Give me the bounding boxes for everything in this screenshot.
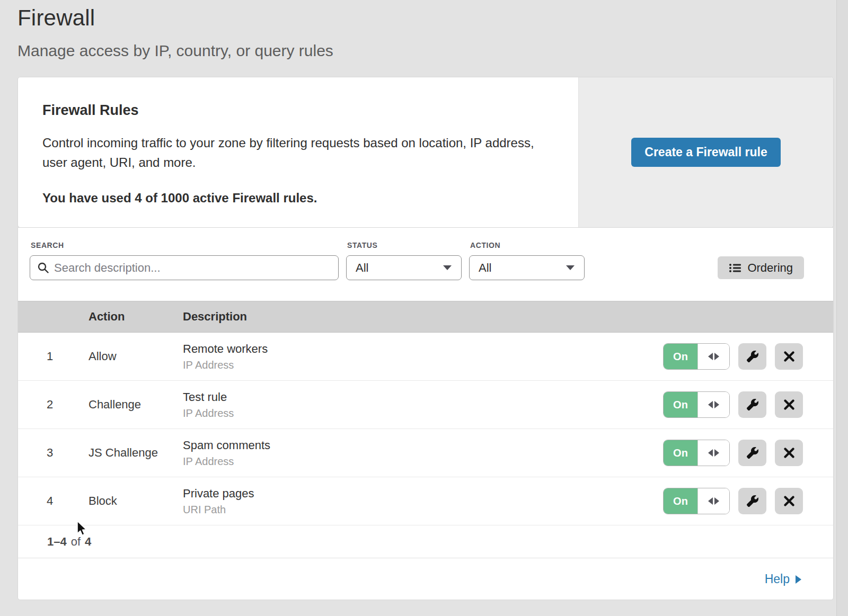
close-icon	[784, 496, 794, 506]
wrench-icon	[747, 495, 758, 507]
rule-priority: 2	[18, 398, 82, 412]
ordering-button-label: Ordering	[747, 261, 793, 275]
rule-controls: On	[663, 440, 803, 466]
rule-enabled-toggle[interactable]: On	[663, 343, 730, 370]
toggle-on-label: On	[664, 488, 697, 514]
status-selected-value: All	[356, 261, 368, 275]
rule-description: Remote workers	[183, 342, 663, 356]
page-subtitle: Manage access by IP, country, or query r…	[17, 41, 848, 61]
wrench-icon	[747, 351, 758, 362]
ordering-button[interactable]: Ordering	[718, 256, 804, 279]
rule-match-type: IP Address	[183, 407, 663, 419]
pagination-row: 1–4 of 4	[18, 525, 833, 558]
search-input[interactable]	[30, 255, 339, 280]
toggle-on-label: On	[664, 344, 697, 369]
status-filter-group: STATUS All	[346, 241, 462, 280]
wrench-icon	[747, 447, 758, 459]
overview-action-panel: Create a Firewall rule	[578, 77, 833, 227]
action-select[interactable]: All	[469, 255, 585, 280]
delete-rule-button[interactable]	[775, 440, 803, 466]
table-row: 4 Block Private pages URI Path On	[18, 477, 833, 525]
table-row: 1 Allow Remote workers IP Address On	[18, 333, 833, 381]
firewall-rules-overview-card: Firewall Rules Control incoming traffic …	[17, 77, 834, 228]
firewall-rules-list-card: SEARCH STATUS All	[17, 227, 834, 600]
help-row: Help	[18, 558, 833, 600]
rule-priority: 3	[18, 446, 82, 460]
rule-controls: On	[663, 343, 803, 370]
overview-text-panel: Firewall Rules Control incoming traffic …	[18, 77, 578, 227]
rule-priority: 1	[18, 350, 82, 363]
delete-rule-button[interactable]	[775, 488, 803, 514]
search-icon	[37, 262, 49, 276]
arrow-right-icon	[796, 575, 801, 584]
rule-action: Block	[82, 494, 176, 508]
pagination-of-text: of	[71, 535, 81, 549]
page-header: Firewall Manage access by IP, country, o…	[0, 0, 848, 61]
rule-action: JS Challenge	[82, 446, 176, 460]
rule-description-cell: Spam comments IP Address	[176, 439, 663, 468]
pagination-total: 4	[85, 535, 91, 549]
action-selected-value: All	[479, 261, 491, 275]
chevron-down-icon	[566, 265, 575, 270]
overview-heading: Firewall Rules	[42, 102, 554, 119]
close-icon	[784, 448, 794, 458]
rule-description: Test rule	[183, 390, 663, 404]
wrench-icon	[747, 399, 758, 410]
rule-priority: 4	[18, 494, 82, 508]
rule-action: Allow	[82, 350, 176, 363]
rule-match-type: URI Path	[183, 504, 663, 516]
close-icon	[784, 351, 794, 362]
rule-enabled-toggle[interactable]: On	[663, 391, 730, 418]
rule-description-cell: Test rule IP Address	[176, 390, 663, 419]
help-link[interactable]: Help	[765, 572, 801, 586]
toggle-arrows-icon	[697, 392, 729, 417]
rule-description: Private pages	[183, 487, 663, 501]
rule-enabled-toggle[interactable]: On	[663, 488, 730, 514]
page-title: Firewall	[17, 4, 848, 32]
rule-description-cell: Private pages URI Path	[176, 487, 663, 516]
rule-match-type: IP Address	[183, 359, 663, 371]
rule-description: Spam comments	[183, 439, 663, 452]
edit-rule-button[interactable]	[738, 440, 766, 466]
filters-bar: SEARCH STATUS All	[18, 228, 833, 301]
overview-description: Control incoming traffic to your zone by…	[42, 133, 551, 172]
rule-match-type: IP Address	[183, 456, 663, 468]
delete-rule-button[interactable]	[775, 343, 803, 370]
help-link-label: Help	[765, 572, 790, 586]
rule-controls: On	[663, 488, 803, 514]
pagination-range: 1–4	[47, 535, 67, 549]
edit-rule-button[interactable]	[738, 488, 766, 514]
toggle-on-label: On	[664, 392, 697, 417]
action-column-header: Action	[82, 310, 176, 324]
firewall-page: Firewall Manage access by IP, country, o…	[0, 0, 848, 616]
rules-usage-text: You have used 4 of 1000 active Firewall …	[42, 191, 554, 206]
description-column-header: Description	[176, 310, 833, 324]
toggle-arrows-icon	[697, 488, 729, 514]
rule-controls: On	[663, 391, 803, 418]
create-firewall-rule-button[interactable]: Create a Firewall rule	[631, 138, 780, 167]
rule-description-cell: Remote workers IP Address	[176, 342, 663, 371]
chevron-down-icon	[443, 265, 452, 270]
rule-enabled-toggle[interactable]: On	[663, 440, 730, 466]
list-ordering-icon	[729, 263, 741, 273]
action-filter-group: ACTION All	[469, 241, 585, 280]
toggle-arrows-icon	[697, 440, 729, 466]
delete-rule-button[interactable]	[775, 391, 803, 418]
toggle-on-label: On	[664, 440, 697, 466]
search-filter-group: SEARCH	[30, 241, 339, 280]
edit-rule-button[interactable]	[738, 391, 766, 418]
edit-rule-button[interactable]	[738, 343, 766, 370]
action-label: ACTION	[470, 241, 585, 249]
status-select[interactable]: All	[346, 255, 462, 280]
rule-action: Challenge	[82, 398, 176, 412]
table-header: Action Description	[18, 301, 833, 333]
table-row: 2 Challenge Test rule IP Address On	[18, 381, 833, 429]
toggle-arrows-icon	[697, 344, 729, 369]
rules-table-body: 1 Allow Remote workers IP Address On	[18, 333, 833, 525]
close-icon	[784, 399, 794, 410]
window-edge	[836, 0, 848, 616]
table-row: 3 JS Challenge Spam comments IP Address …	[18, 429, 833, 477]
search-label: SEARCH	[31, 241, 339, 249]
status-label: STATUS	[347, 241, 462, 249]
